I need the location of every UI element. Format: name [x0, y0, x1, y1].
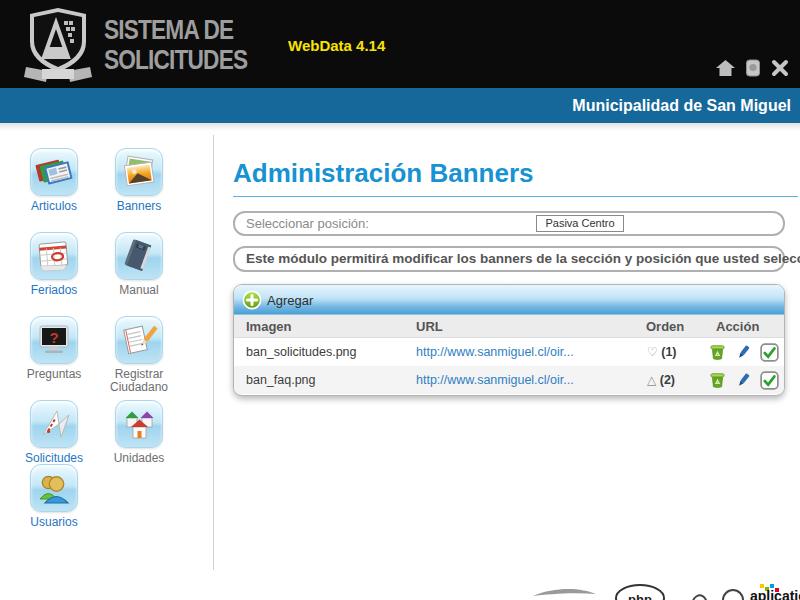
sidebar-label: Manual	[96, 284, 182, 297]
active-check-icon[interactable]	[760, 343, 779, 362]
sidebar-label: Usuarios	[11, 516, 97, 529]
app-title-line1: SISTEMA DE	[104, 15, 247, 45]
logout-icon[interactable]	[743, 58, 763, 78]
paper-plane-icon	[30, 400, 78, 448]
window-controls	[715, 58, 790, 78]
home-icon[interactable]	[715, 58, 736, 78]
sidebar-item-usuarios[interactable]: Usuarios	[11, 464, 97, 529]
calendar-icon	[30, 232, 78, 280]
version-label: WebData 4.14	[288, 37, 385, 54]
plus-icon	[242, 290, 262, 310]
info-message: Este módulo permitirá modificar los bann…	[246, 248, 800, 270]
banner-filename: ban_solicitudes.png	[246, 338, 357, 366]
php-logo-text: php	[628, 592, 652, 600]
sidebar-item-preguntas[interactable]: ? Preguntas	[11, 316, 97, 381]
sidebar-label: Feriados	[11, 284, 97, 297]
sidebar-label: Unidades	[96, 452, 182, 465]
aplicatio-logo-text: aplicatio	[750, 588, 800, 600]
add-banner-label: Agregar	[267, 293, 313, 308]
organization-name: Municipalidad de San Miguel	[572, 88, 791, 123]
column-imagen: Imagen	[246, 315, 292, 338]
sidebar-item-banners[interactable]: Banners	[96, 148, 182, 213]
banner-order: △ (2)	[647, 366, 675, 394]
table-header-bar: Agregar	[234, 285, 784, 315]
houses-icon	[115, 400, 163, 448]
app-title-line2: SOLICITUDES	[104, 45, 247, 75]
row-actions	[708, 370, 779, 390]
edit-pencil-icon[interactable]	[735, 342, 752, 362]
column-orden: Orden	[646, 315, 684, 338]
info-message-box: Este módulo permitirá modificar los bann…	[233, 246, 785, 272]
sidebar-label: Preguntas	[11, 368, 97, 381]
notepad-pencil-icon	[115, 316, 163, 364]
users-icon	[30, 464, 78, 512]
sidebar-label: Articulos	[11, 200, 97, 213]
sidebar-item-registrar-ciudadano[interactable]: Registrar Ciudadano	[96, 316, 182, 394]
table-row: ban_faq.png http://www.sanmiguel.cl/oir.…	[234, 366, 784, 394]
column-accion: Acción	[716, 315, 759, 338]
position-selector-box: Seleccionar posición: Pasiva Centro	[233, 211, 785, 236]
page-title-underline: Administración Banners	[233, 158, 798, 197]
order-up-icon[interactable]: △	[647, 373, 656, 387]
add-banner-button[interactable]: Agregar	[242, 290, 313, 310]
row-actions	[708, 342, 779, 362]
active-check-icon[interactable]	[760, 371, 779, 390]
banner-url-link[interactable]: http://www.sanmiguel.cl/oir...	[416, 338, 574, 366]
sidebar-label: Registrar Ciudadano	[96, 368, 182, 394]
edit-pencil-icon[interactable]	[735, 370, 752, 390]
position-select[interactable]: Pasiva Centro	[536, 215, 624, 232]
articles-icon	[30, 148, 78, 196]
app-window: SISTEMA DE SOLICITUDES WebData 4.14 Muni…	[0, 0, 800, 600]
banner-url-link[interactable]: http://www.sanmiguel.cl/oir...	[416, 366, 574, 394]
book-icon	[115, 232, 163, 280]
order-down-icon[interactable]: ♡	[647, 345, 658, 359]
page-title: Administración Banners	[233, 158, 534, 188]
svg-text:?: ?	[49, 329, 58, 346]
footer-logos: php aplicatio	[528, 583, 800, 600]
column-url: URL	[416, 315, 443, 338]
order-number: (1)	[661, 345, 676, 359]
app-header: SISTEMA DE SOLICITUDES WebData 4.14	[0, 0, 800, 88]
order-number: (2)	[660, 373, 675, 387]
position-label: Seleccionar posición:	[246, 213, 369, 234]
sidebar-divider	[213, 135, 214, 570]
shield-logo-icon	[22, 5, 94, 85]
circle-logo-icon	[723, 590, 743, 600]
trash-icon[interactable]	[708, 370, 727, 390]
banners-table-panel: Agregar Imagen URL Orden Acción ban_soli…	[233, 284, 785, 396]
trash-icon[interactable]	[708, 342, 727, 362]
sidebar-item-feriados[interactable]: Feriados	[11, 232, 97, 297]
sidebar-item-manual[interactable]: Manual	[96, 232, 182, 297]
table-column-headers: Imagen URL Orden Acción	[234, 315, 784, 338]
topbar-shadow	[0, 123, 800, 131]
swoosh-logo-icon	[533, 589, 596, 596]
topbar: Municipalidad de San Miguel	[0, 88, 800, 123]
sidebar-label: Banners	[96, 200, 182, 213]
sidebar-item-unidades[interactable]: Unidades	[96, 400, 182, 465]
banner-filename: ban_faq.png	[246, 366, 316, 394]
sidebar-item-articulos[interactable]: Articulos	[11, 148, 97, 213]
banners-icon	[115, 148, 163, 196]
curve-logo-icon	[692, 595, 707, 600]
question-monitor-icon: ?	[30, 316, 78, 364]
app-title: SISTEMA DE SOLICITUDES	[104, 15, 247, 75]
banner-order: ♡ (1)	[647, 338, 677, 366]
aplicatio-logo-icon: aplicatio	[750, 584, 800, 600]
sidebar-item-solicitudes[interactable]: Solicitudes	[11, 400, 97, 465]
table-row: ban_solicitudes.png http://www.sanmiguel…	[234, 338, 784, 366]
close-icon[interactable]	[770, 58, 790, 78]
